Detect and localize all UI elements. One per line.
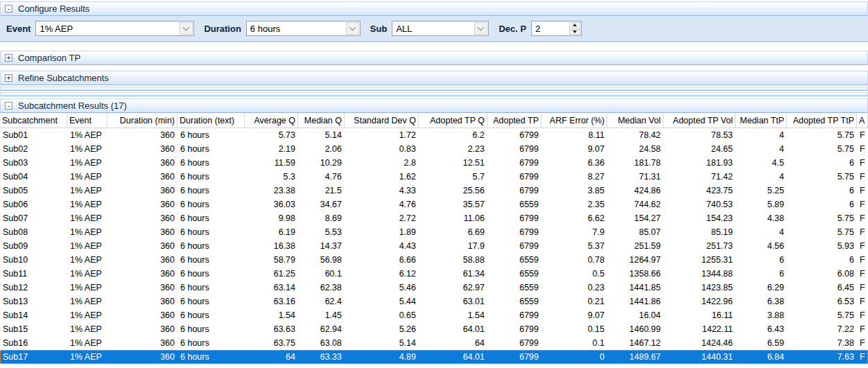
dropdown-arrow-button[interactable]: [346, 22, 359, 35]
column-header[interactable]: Adopted TP Vol: [663, 113, 736, 128]
table-row[interactable]: Sub051% AEP3606 hours23.3821.54.3325.566…: [0, 184, 868, 198]
column-header[interactable]: Average Q: [245, 113, 298, 128]
column-header[interactable]: ARF Error (%): [541, 113, 607, 128]
spin-up-button[interactable]: [569, 22, 580, 28]
column-header[interactable]: Subcatchment: [0, 113, 67, 128]
table-row[interactable]: Sub101% AEP3606 hours58.7956.986.6658.88…: [0, 253, 868, 267]
table-cell: 0.78: [541, 255, 607, 265]
table-row[interactable]: Sub041% AEP3606 hours5.34.761.625.767998…: [0, 170, 868, 184]
table-cell: 360: [107, 255, 177, 265]
table-cell: 2.72: [345, 213, 419, 223]
table-cell: 1% AEP: [67, 352, 107, 362]
column-header[interactable]: Median Q: [298, 113, 345, 128]
spin-down-button[interactable]: [569, 29, 580, 35]
table-cell: 62.97: [419, 283, 487, 292]
table-cell: 744.62: [607, 200, 663, 209]
table-cell: 63.63: [245, 324, 298, 334]
table-row[interactable]: Sub021% AEP3606 hours2.192.060.832.23679…: [0, 142, 868, 156]
table-cell: 3.85: [541, 186, 607, 195]
table-cell: 360: [107, 130, 177, 140]
table-cell: 0.65: [345, 310, 419, 320]
table-cell: 360: [107, 213, 177, 223]
collapse-icon[interactable]: -: [5, 102, 12, 109]
table-row[interactable]: Sub161% AEP3606 hours63.7563.085.1464679…: [0, 336, 868, 350]
table-row[interactable]: Sub111% AEP3606 hours61.2560.16.1261.346…: [0, 267, 868, 281]
event-dropdown[interactable]: 1% AEP: [35, 21, 194, 36]
configure-results-window: - Configure Results Event 1% AEP Duratio…: [0, 0, 868, 368]
expand-icon[interactable]: +: [5, 54, 12, 62]
splitter-strip[interactable]: [0, 87, 868, 91]
table-cell: 1% AEP: [67, 338, 107, 348]
column-header[interactable]: Median TtP: [736, 113, 787, 128]
panel-title: Configure Results: [18, 3, 89, 14]
table-cell: 1% AEP: [67, 130, 107, 140]
table-cell: 6559: [487, 283, 541, 292]
table-row[interactable]: Sub081% AEP3606 hours6.195.531.896.69679…: [0, 225, 868, 239]
panel-header-refine-subcatchments[interactable]: + Refine Subcatchments: [0, 71, 868, 85]
panel-header-subcatchment-results[interactable]: - Subcatchment Results (17): [0, 98, 868, 113]
table-cell: 6.69: [419, 227, 487, 237]
column-header[interactable]: A: [857, 113, 868, 128]
table-row[interactable]: Sub031% AEP3606 hours11.5910.292.812.516…: [0, 156, 868, 170]
table-cell: 360: [107, 200, 177, 209]
table-row[interactable]: Sub151% AEP3606 hours63.6362.945.2664.01…: [0, 322, 868, 336]
table-cell: 6799: [487, 186, 541, 195]
table-cell: 6 hours: [177, 255, 245, 265]
table-cell: Sub15: [0, 324, 67, 334]
table-row[interactable]: Sub141% AEP3606 hours1.541.450.651.54679…: [0, 308, 868, 322]
table-cell: Sub14: [0, 310, 67, 320]
table-cell: 8.11: [541, 130, 607, 140]
splitter-strip[interactable]: [0, 92, 868, 96]
table-row[interactable]: Sub091% AEP3606 hours16.3814.374.4317.96…: [0, 239, 868, 253]
decimal-places-input[interactable]: 2: [531, 21, 582, 36]
dropdown-arrow-button[interactable]: [474, 22, 487, 35]
sub-dropdown-value: ALL: [396, 24, 412, 34]
table-row[interactable]: Sub061% AEP3606 hours36.0334.674.7635.57…: [0, 198, 868, 211]
table-cell: 5.75: [787, 227, 857, 237]
column-header[interactable]: Median Vol: [607, 113, 663, 128]
column-header[interactable]: Duration (min): [107, 113, 177, 128]
table-cell: 0.15: [541, 324, 607, 334]
table-cell: 360: [107, 310, 177, 320]
expand-icon[interactable]: +: [5, 74, 12, 82]
table-cell: Sub12: [0, 283, 67, 292]
chevron-down-icon: [478, 24, 485, 30]
table-cell: 1440.31: [663, 352, 736, 362]
table-cell: 740.53: [663, 200, 736, 209]
table-cell: 71.31: [607, 172, 663, 182]
table-row[interactable]: Sub071% AEP3606 hours9.988.692.7211.0667…: [0, 211, 868, 225]
column-header[interactable]: Adopted TP: [487, 113, 541, 128]
table-cell: 4: [736, 144, 787, 154]
table-cell: 6 hours: [177, 269, 245, 279]
column-header[interactable]: Adopted TP Q: [419, 113, 487, 128]
dropdown-arrow-button[interactable]: [180, 22, 193, 35]
table-cell: Sub02: [0, 144, 67, 154]
table-cell: 1% AEP: [67, 283, 107, 292]
table-cell: 61.34: [419, 269, 487, 279]
panel-title: Refine Subcatchments: [18, 73, 109, 83]
table-cell: 6.53: [787, 297, 857, 306]
table-cell: 0: [541, 352, 607, 362]
panel-header-comparison-tp[interactable]: + Comparison TP: [0, 51, 868, 65]
table-cell: 1% AEP: [67, 324, 107, 334]
table-cell: 1% AEP: [67, 144, 107, 154]
table-row[interactable]: Sub131% AEP3606 hours63.1662.45.4463.016…: [0, 295, 868, 308]
column-header[interactable]: Adopted TP TtP: [787, 113, 857, 128]
table-cell: 6: [787, 158, 857, 168]
event-dropdown-value: 1% AEP: [40, 24, 73, 34]
table-row[interactable]: Sub011% AEP3606 hours5.735.141.726.26799…: [0, 128, 868, 142]
sub-dropdown[interactable]: ALL: [392, 21, 489, 36]
table-cell: 6.12: [345, 269, 419, 279]
column-header[interactable]: Duration (text): [177, 113, 245, 128]
panel-header-configure-results[interactable]: - Configure Results: [0, 1, 868, 16]
duration-dropdown[interactable]: 6 hours: [246, 21, 361, 36]
table-cell: 5.7: [419, 172, 487, 182]
collapse-icon[interactable]: -: [5, 5, 12, 12]
table-cell: 4.38: [736, 213, 787, 223]
column-header[interactable]: Event: [67, 113, 107, 128]
table-cell: 360: [107, 172, 177, 182]
table-row[interactable]: Sub171% AEP3606 hours6463.334.8964.01679…: [0, 350, 868, 364]
column-header[interactable]: Standard Dev Q: [345, 113, 419, 128]
table-cell: F: [857, 297, 868, 306]
table-row[interactable]: Sub121% AEP3606 hours63.1462.385.4662.97…: [0, 281, 868, 295]
